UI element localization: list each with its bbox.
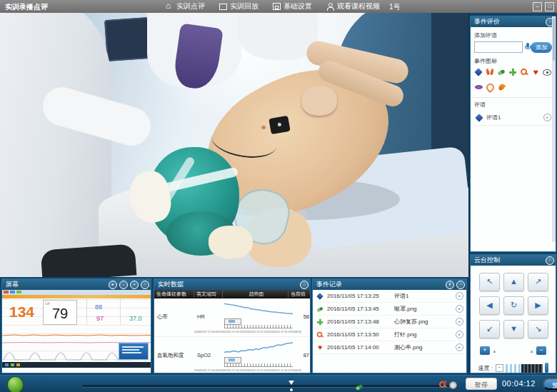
app-title: 实训录播点评 [5,2,48,12]
tab-training-review[interactable]: 实训点评 [166,1,205,11]
timeline-larynx-mask-marker[interactable] [355,383,363,392]
flame-icon [497,83,506,91]
scrollbar[interactable] [552,16,556,242]
chart-range-control[interactable] [224,318,293,324]
event-log-row[interactable]: 2016/11/05 17:13:25评语1▸ [313,290,466,303]
vital-name: 心率 [157,313,168,321]
comment-label: 评语1 [486,114,541,121]
realtime-table-header: 生命体征参数 英文缩写 趋势图 当前值 [154,290,310,298]
event-icon-lips[interactable] [474,83,486,93]
event-log-header: 事件记录 ‖○ [313,279,466,290]
toolbar-chip [10,291,15,293]
gloved-hand [209,226,253,258]
maximize-button[interactable]: □ [545,2,554,11]
window-controls: –□ [533,2,554,11]
event-log-row[interactable]: 2016/11/05 17:13:50打针.png▸ [313,328,466,341]
event-label: 测心率.png [394,343,453,351]
x-tick-label: 2016/11/5 17:11:47 [267,368,291,372]
column-current-value: 当前值 [288,291,310,298]
event-log-list: 2016/11/05 17:13:25评语1▸2016/11/05 17:13:… [313,290,466,354]
event-icon-syringe[interactable] [520,68,531,78]
equipment-monitor [104,17,151,61]
capture-button[interactable]: ○ [300,281,308,289]
add-comment-button[interactable]: 添加 [531,42,552,53]
playback-bar: ♥ 暂停 00:04:12 预览 [0,375,557,392]
tilt-down-button[interactable]: ▼ [503,320,524,338]
column-trend-chart: 趋势图 [223,291,288,298]
minimize-button[interactable]: – [533,2,542,11]
pan-up-right-button[interactable]: ↗ [528,273,548,291]
zoom-out-button[interactable]: − [536,346,546,355]
collapse-button[interactable]: ○ [546,256,554,265]
diamond-icon [475,114,483,122]
pan-down-left-button[interactable]: ↙ [479,320,500,338]
seek-handle[interactable] [449,381,457,389]
pause-button[interactable]: 暂停 [466,378,497,390]
seek-bar[interactable] [82,385,453,387]
speed-slider[interactable] [506,364,543,373]
lips-icon [474,83,483,91]
pan-down-right-button[interactable]: ↘ [528,320,548,338]
event-time: 2016/11/05 17:14:00 [327,344,391,351]
event-log-row[interactable]: ♥2016/11/05 17:14:00测心率.png▸ [313,341,466,354]
tab-course-video[interactable]: 观看课程视频 [326,1,380,11]
recording-status-indicator[interactable] [7,376,24,392]
taskbar-icon [11,363,14,366]
event-time: 2016/11/05 17:13:25 [327,293,391,299]
tab-label: 实训回放 [230,1,259,11]
event-icon-lungs[interactable] [486,68,497,78]
timeline-heart-rate-marker[interactable]: ♥ [443,378,446,386]
event-log-row[interactable]: 2016/11/05 17:13:45喉罩.png▸ [313,303,466,316]
jump-to-event-button[interactable]: ▸ [456,305,463,313]
tab-basic-settings[interactable]: 基础设置 [273,1,312,11]
focus-far-icon: ▲ [529,348,534,353]
jump-to-event-button[interactable]: ▸ [456,331,463,338]
event-label: 打针.png [394,331,453,338]
ptz-direction-pad: ↖▲↗◀↻▶↙▼↘ [471,273,556,338]
download-button[interactable]: ↓ [119,281,128,289]
preview-button[interactable]: 预览 [543,378,557,390]
event-icon-heart[interactable]: ♥ [531,68,543,78]
zoom-in-button[interactable]: + [480,346,490,355]
comment-input[interactable] [474,41,523,53]
capture-button[interactable]: ○ [141,281,149,289]
capture-button[interactable]: ○ [456,281,465,289]
column-abbreviation: 英文缩写 [194,291,223,298]
jump-to-event-button[interactable]: ▸ [456,343,463,351]
microphone-icon[interactable] [525,43,528,52]
chart-range-control[interactable] [224,357,293,363]
event-icon-grid: ♥ [474,68,552,93]
play-comment-button[interactable]: ▸ [543,114,551,121]
focus-near-icon: ▲ [492,348,497,353]
auto-rotate-button[interactable]: ↻ [503,296,524,315]
speed-decrease-button[interactable]: − [496,364,503,372]
patient-monitor-screenshot: 134 UA 79 88 97 37.0 [2,290,151,373]
event-icon-stomach[interactable] [486,83,497,93]
syringe-icon [520,68,528,76]
event-log-row[interactable]: 2016/11/05 17:13:48心肺复苏.png▸ [313,316,466,328]
pan-left-button[interactable]: ◀ [479,296,500,315]
event-label: 评语1 [394,292,453,300]
syringe-icon [316,331,323,338]
speed-slider-handle[interactable] [545,363,548,373]
jump-to-event-button[interactable]: ▸ [456,292,463,300]
patient-monitor-panel: 屏幕 ▸↓×○ 134 UA 79 88 97 37.0 [1,278,151,373]
event-icon-flame[interactable] [497,83,508,93]
lock-button[interactable]: ‖ [446,281,454,289]
event-icon-capsule[interactable] [497,68,508,78]
event-icon-diamond[interactable] [474,68,486,78]
video-feed [0,13,468,277]
play-button[interactable]: ▸ [109,281,117,289]
event-icon-cross[interactable] [508,68,520,78]
close-button[interactable]: × [130,281,139,289]
pan-right-button[interactable]: ▶ [528,296,548,315]
pan-up-left-button[interactable]: ↖ [479,273,500,291]
tab-training-playback[interactable]: 实训回放 [219,1,259,11]
tilt-up-button[interactable]: ▲ [503,273,524,291]
x-tick-label: 2016/11/5 17:11:47 [267,330,291,333]
diamond-icon [316,292,323,299]
vital-abbr: HR [197,313,205,320]
jump-to-event-button[interactable]: ▸ [456,318,463,326]
comment-item[interactable]: 评语1▸ [474,111,552,126]
ptz-title: 云台控制 [474,256,500,263]
